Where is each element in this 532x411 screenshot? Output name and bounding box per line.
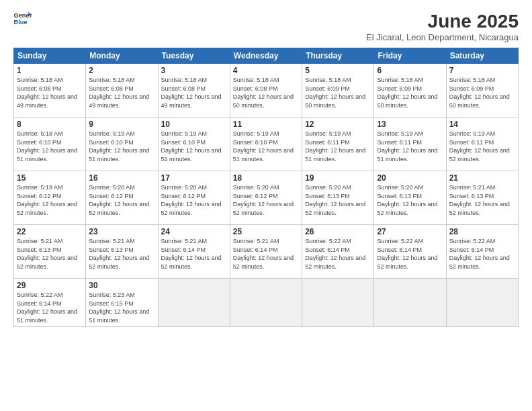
logo-icon: General Blue bbox=[13, 11, 32, 26]
calendar-cell: 9 Sunrise: 5:19 AMSunset: 6:10 PMDayligh… bbox=[86, 118, 158, 171]
day-info: Sunrise: 5:21 AMSunset: 6:14 PMDaylight:… bbox=[161, 237, 227, 271]
calendar-cell bbox=[230, 279, 302, 327]
calendar-cell: 11 Sunrise: 5:19 AMSunset: 6:10 PMDaylig… bbox=[230, 118, 302, 171]
day-number: 20 bbox=[377, 173, 443, 183]
day-number: 7 bbox=[449, 66, 515, 75]
day-number: 13 bbox=[377, 120, 443, 129]
day-info: Sunrise: 5:19 AMSunset: 6:12 PMDaylight:… bbox=[17, 183, 83, 217]
day-number: 4 bbox=[233, 66, 299, 75]
day-number: 10 bbox=[161, 120, 227, 129]
col-friday: Friday bbox=[374, 48, 446, 64]
day-number: 28 bbox=[449, 227, 515, 236]
page: General Blue June 2025 El Jicaral, Leon … bbox=[0, 0, 532, 411]
calendar-cell bbox=[446, 279, 518, 327]
calendar-cell bbox=[374, 279, 446, 327]
day-info: Sunrise: 5:19 AMSunset: 6:11 PMDaylight:… bbox=[305, 130, 371, 163]
day-info: Sunrise: 5:20 AMSunset: 6:12 PMDaylight:… bbox=[89, 183, 154, 217]
day-info: Sunrise: 5:20 AMSunset: 6:12 PMDaylight:… bbox=[233, 183, 299, 217]
day-number: 2 bbox=[89, 66, 154, 75]
day-number: 6 bbox=[377, 66, 443, 75]
calendar-cell: 7 Sunrise: 5:18 AMSunset: 6:09 PMDayligh… bbox=[446, 64, 518, 118]
col-wednesday: Wednesday bbox=[230, 48, 302, 64]
day-number: 21 bbox=[449, 173, 515, 183]
calendar-cell bbox=[302, 279, 374, 327]
day-info: Sunrise: 5:19 AMSunset: 6:10 PMDaylight:… bbox=[89, 130, 154, 163]
day-info: Sunrise: 5:20 AMSunset: 6:13 PMDaylight:… bbox=[377, 183, 443, 217]
day-number: 16 bbox=[89, 173, 154, 183]
day-info: Sunrise: 5:22 AMSunset: 6:14 PMDaylight:… bbox=[305, 237, 371, 271]
day-info: Sunrise: 5:21 AMSunset: 6:13 PMDaylight:… bbox=[17, 237, 83, 271]
calendar-table: Sunday Monday Tuesday Wednesday Thursday… bbox=[13, 48, 519, 327]
day-info: Sunrise: 5:21 AMSunset: 6:13 PMDaylight:… bbox=[89, 237, 154, 271]
day-info: Sunrise: 5:18 AMSunset: 6:08 PMDaylight:… bbox=[89, 76, 154, 109]
calendar-cell: 5 Sunrise: 5:18 AMSunset: 6:09 PMDayligh… bbox=[302, 64, 374, 118]
day-info: Sunrise: 5:18 AMSunset: 6:09 PMDaylight:… bbox=[377, 76, 443, 109]
day-info: Sunrise: 5:18 AMSunset: 6:08 PMDaylight:… bbox=[161, 76, 227, 109]
calendar-cell: 1 Sunrise: 5:18 AMSunset: 6:08 PMDayligh… bbox=[14, 64, 86, 118]
day-number: 24 bbox=[161, 227, 227, 236]
day-number: 12 bbox=[305, 120, 371, 129]
calendar-cell: 27 Sunrise: 5:22 AMSunset: 6:14 PMDaylig… bbox=[374, 225, 446, 279]
day-info: Sunrise: 5:21 AMSunset: 6:13 PMDaylight:… bbox=[449, 183, 515, 217]
calendar-cell: 24 Sunrise: 5:21 AMSunset: 6:14 PMDaylig… bbox=[158, 225, 230, 279]
calendar-cell: 10 Sunrise: 5:19 AMSunset: 6:10 PMDaylig… bbox=[158, 118, 230, 171]
calendar-cell: 20 Sunrise: 5:20 AMSunset: 6:13 PMDaylig… bbox=[374, 171, 446, 225]
day-info: Sunrise: 5:19 AMSunset: 6:10 PMDaylight:… bbox=[161, 130, 227, 163]
calendar-cell: 8 Sunrise: 5:18 AMSunset: 6:10 PMDayligh… bbox=[14, 118, 86, 171]
day-info: Sunrise: 5:22 AMSunset: 6:14 PMDaylight:… bbox=[449, 237, 515, 271]
calendar-cell: 17 Sunrise: 5:20 AMSunset: 6:12 PMDaylig… bbox=[158, 171, 230, 225]
calendar-header-row: Sunday Monday Tuesday Wednesday Thursday… bbox=[14, 48, 519, 64]
day-number: 22 bbox=[17, 227, 83, 236]
calendar-cell: 3 Sunrise: 5:18 AMSunset: 6:08 PMDayligh… bbox=[158, 64, 230, 118]
calendar-cell: 25 Sunrise: 5:21 AMSunset: 6:14 PMDaylig… bbox=[230, 225, 302, 279]
day-number: 9 bbox=[89, 120, 154, 129]
day-number: 3 bbox=[161, 66, 227, 75]
day-number: 1 bbox=[17, 66, 83, 75]
day-number: 14 bbox=[449, 120, 515, 129]
day-info: Sunrise: 5:19 AMSunset: 6:10 PMDaylight:… bbox=[233, 130, 299, 163]
day-number: 30 bbox=[89, 281, 154, 290]
calendar-cell: 30 Sunrise: 5:23 AMSunset: 6:15 PMDaylig… bbox=[86, 279, 158, 327]
calendar-cell: 4 Sunrise: 5:18 AMSunset: 6:08 PMDayligh… bbox=[230, 64, 302, 118]
calendar-cell bbox=[158, 279, 230, 327]
day-number: 17 bbox=[161, 173, 227, 183]
day-info: Sunrise: 5:18 AMSunset: 6:08 PMDaylight:… bbox=[17, 76, 83, 109]
header: General Blue June 2025 El Jicaral, Leon … bbox=[13, 11, 519, 42]
svg-text:Blue: Blue bbox=[13, 19, 27, 26]
calendar-cell: 23 Sunrise: 5:21 AMSunset: 6:13 PMDaylig… bbox=[86, 225, 158, 279]
calendar-cell: 12 Sunrise: 5:19 AMSunset: 6:11 PMDaylig… bbox=[302, 118, 374, 171]
day-info: Sunrise: 5:22 AMSunset: 6:14 PMDaylight:… bbox=[377, 237, 443, 271]
calendar-cell: 13 Sunrise: 5:19 AMSunset: 6:11 PMDaylig… bbox=[374, 118, 446, 171]
calendar-cell: 28 Sunrise: 5:22 AMSunset: 6:14 PMDaylig… bbox=[446, 225, 518, 279]
day-info: Sunrise: 5:19 AMSunset: 6:11 PMDaylight:… bbox=[449, 130, 515, 163]
month-title: June 2025 bbox=[366, 11, 519, 32]
day-info: Sunrise: 5:18 AMSunset: 6:09 PMDaylight:… bbox=[305, 76, 371, 109]
day-number: 26 bbox=[305, 227, 371, 236]
calendar-cell: 26 Sunrise: 5:22 AMSunset: 6:14 PMDaylig… bbox=[302, 225, 374, 279]
day-info: Sunrise: 5:18 AMSunset: 6:09 PMDaylight:… bbox=[449, 76, 515, 109]
calendar-cell: 16 Sunrise: 5:20 AMSunset: 6:12 PMDaylig… bbox=[86, 171, 158, 225]
day-info: Sunrise: 5:18 AMSunset: 6:10 PMDaylight:… bbox=[17, 130, 83, 163]
day-number: 23 bbox=[89, 227, 154, 236]
day-number: 29 bbox=[17, 281, 83, 290]
calendar-cell: 22 Sunrise: 5:21 AMSunset: 6:13 PMDaylig… bbox=[14, 225, 86, 279]
col-tuesday: Tuesday bbox=[158, 48, 230, 64]
calendar-cell: 29 Sunrise: 5:22 AMSunset: 6:14 PMDaylig… bbox=[14, 279, 86, 327]
calendar-cell: 19 Sunrise: 5:20 AMSunset: 6:13 PMDaylig… bbox=[302, 171, 374, 225]
day-number: 11 bbox=[233, 120, 299, 129]
col-saturday: Saturday bbox=[446, 48, 518, 64]
day-info: Sunrise: 5:18 AMSunset: 6:08 PMDaylight:… bbox=[233, 76, 299, 109]
day-number: 15 bbox=[17, 173, 83, 183]
day-number: 25 bbox=[233, 227, 299, 236]
calendar-cell: 14 Sunrise: 5:19 AMSunset: 6:11 PMDaylig… bbox=[446, 118, 518, 171]
day-info: Sunrise: 5:22 AMSunset: 6:14 PMDaylight:… bbox=[17, 291, 83, 324]
calendar-cell: 21 Sunrise: 5:21 AMSunset: 6:13 PMDaylig… bbox=[446, 171, 518, 225]
col-monday: Monday bbox=[86, 48, 158, 64]
calendar-cell: 2 Sunrise: 5:18 AMSunset: 6:08 PMDayligh… bbox=[86, 64, 158, 118]
day-number: 27 bbox=[377, 227, 443, 236]
day-info: Sunrise: 5:23 AMSunset: 6:15 PMDaylight:… bbox=[89, 291, 154, 324]
title-block: June 2025 El Jicaral, Leon Department, N… bbox=[366, 11, 519, 42]
col-thursday: Thursday bbox=[302, 48, 374, 64]
calendar-cell: 18 Sunrise: 5:20 AMSunset: 6:12 PMDaylig… bbox=[230, 171, 302, 225]
day-info: Sunrise: 5:19 AMSunset: 6:11 PMDaylight:… bbox=[377, 130, 443, 163]
